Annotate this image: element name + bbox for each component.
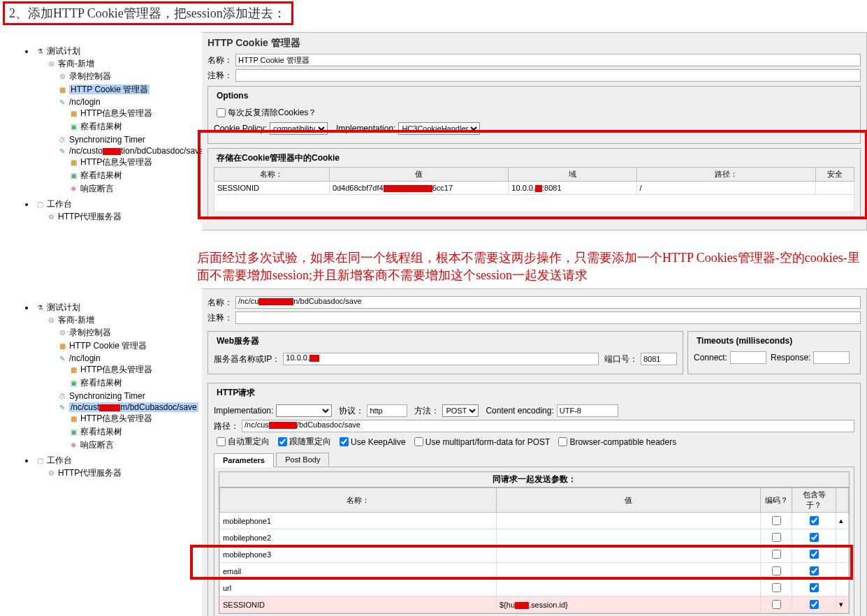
equals-checkbox[interactable] xyxy=(810,516,819,525)
name-label: 名称： xyxy=(207,54,233,66)
tree-threadgroup[interactable]: 客商-新增 xyxy=(58,315,94,325)
connect-input[interactable] xyxy=(730,351,766,364)
param-name[interactable]: email xyxy=(220,563,497,580)
tree-view-results[interactable]: 察看结果树 xyxy=(80,122,122,131)
param-value[interactable]: ${hu.session.id} xyxy=(497,596,761,613)
comment-input[interactable] xyxy=(235,311,861,324)
param-row[interactable]: mobilephone1▴ xyxy=(220,513,849,529)
equals-checkbox[interactable] xyxy=(810,583,819,592)
encode-checkbox[interactable] xyxy=(772,516,781,525)
cell-value[interactable]: 0d4d68cbf7df46cc17 xyxy=(329,182,508,195)
param-value[interactable] xyxy=(497,529,761,546)
name-input[interactable]: /nc/cun/bdCubasdoc/save xyxy=(235,296,861,309)
cell-path[interactable]: / xyxy=(636,182,816,195)
encode-checkbox[interactable] xyxy=(772,600,781,609)
cell-secure[interactable] xyxy=(816,182,854,195)
compat-headers-checkbox[interactable] xyxy=(558,437,567,446)
cookies-table[interactable]: 名称： 值 域 路径： 安全 SESSIONID 0d4d68cbf7df46c… xyxy=(214,167,854,212)
response-input[interactable] xyxy=(813,351,850,364)
tree-proxy[interactable]: HTTP代理服务器 xyxy=(58,468,122,478)
tree-threadgroup[interactable]: 客商-新增 xyxy=(58,59,94,68)
param-row[interactable]: email xyxy=(220,563,849,580)
impl-select[interactable] xyxy=(276,404,332,417)
scroll-up-icon[interactable]: ▴ xyxy=(839,516,843,525)
tree-assert[interactable]: 响应断言 xyxy=(80,440,114,450)
clear-each-checkbox[interactable] xyxy=(217,108,226,117)
tree-testplan[interactable]: 测试计划 xyxy=(47,302,80,312)
cookie-row[interactable]: SESSIONID 0d4d68cbf7df46cc17 10.0.0.:808… xyxy=(214,182,854,195)
multipart-checkbox[interactable] xyxy=(414,437,423,446)
impl-select[interactable]: HC3CookieHandler xyxy=(398,122,480,135)
tree-workbench[interactable]: 工作台 xyxy=(47,455,72,465)
method-select[interactable]: POST xyxy=(442,404,479,417)
param-name[interactable]: url xyxy=(220,580,497,596)
equals-checkbox[interactable] xyxy=(810,566,819,575)
tree-testplan[interactable]: 测试计划 xyxy=(47,46,80,56)
tree-view-results-2[interactable]: 察看结果树 xyxy=(80,427,122,437)
ip-input[interactable]: 10.0.0. xyxy=(283,353,599,365)
tree-header-mgr-2[interactable]: HTTP信息头管理器 xyxy=(80,157,152,167)
path-input[interactable]: /nc/cus/bdCubasdoc/save xyxy=(242,420,854,432)
tree-login[interactable]: /nc/login xyxy=(69,97,101,107)
encoding-input[interactable] xyxy=(557,404,618,417)
tab-postbody[interactable]: Post Body xyxy=(276,453,329,466)
tree-login[interactable]: /nc/login xyxy=(69,353,101,363)
tree-view-results[interactable]: 察看结果树 xyxy=(80,378,122,388)
tree-timer[interactable]: Synchronizing Timer xyxy=(69,391,145,401)
encode-checkbox[interactable] xyxy=(772,566,781,575)
param-row[interactable]: url xyxy=(220,580,849,596)
equals-checkbox[interactable] xyxy=(810,533,819,542)
protocol-input[interactable] xyxy=(367,404,407,417)
param-value[interactable] xyxy=(497,563,761,580)
tree-recorder[interactable]: 录制控制器 xyxy=(69,71,111,81)
tree-save-req-sel[interactable]: /nc/custm/bdCubasdoc/save xyxy=(69,402,198,412)
equals-checkbox[interactable] xyxy=(810,600,819,609)
tree-proxy[interactable]: HTTP代理服务器 xyxy=(58,212,122,221)
tree-cookie-mgr[interactable]: HTTP Cookie 管理器 xyxy=(69,85,150,94)
param-name[interactable]: mobilephone2 xyxy=(220,529,497,546)
port-input[interactable] xyxy=(641,353,677,365)
param-value[interactable] xyxy=(497,546,761,563)
tree-cookie-mgr[interactable]: HTTP Cookie 管理器 xyxy=(69,341,147,351)
cell-domain[interactable]: 10.0.0.:8081 xyxy=(509,182,636,195)
gear-icon: ⚙ xyxy=(46,60,56,68)
header-icon: ▦ xyxy=(68,110,78,118)
equals-checkbox[interactable] xyxy=(810,550,819,559)
pth-equals: 包含等于？ xyxy=(792,488,836,513)
param-value[interactable] xyxy=(497,513,761,529)
tree-view-results-2[interactable]: 察看结果树 xyxy=(80,170,122,180)
tree-assert[interactable]: 响应断言 xyxy=(80,184,114,193)
tree-header-mgr-2[interactable]: HTTP信息头管理器 xyxy=(80,413,152,423)
tab-parameters[interactable]: Parameters xyxy=(214,453,274,467)
follow-redirect-checkbox[interactable] xyxy=(278,437,287,446)
tree-header-mgr[interactable]: HTTP信息头管理器 xyxy=(80,108,152,118)
param-name[interactable]: SESSIONID xyxy=(220,596,497,613)
port-label: 端口号： xyxy=(604,353,638,365)
proxy-icon: ⚙ xyxy=(46,469,56,478)
param-row[interactable]: SESSIONID${hu.session.id}▾ xyxy=(220,596,849,613)
scroll-down-icon[interactable]: ▾ xyxy=(839,600,843,608)
impl-label: Implementation: xyxy=(214,406,273,416)
comment-input[interactable] xyxy=(235,69,861,82)
encode-checkbox[interactable] xyxy=(772,533,781,542)
timer-icon: ⏱ xyxy=(57,136,67,145)
name-input[interactable] xyxy=(235,54,861,66)
keepalive-checkbox[interactable] xyxy=(340,437,349,446)
tree-timer[interactable]: Synchronizing Timer xyxy=(69,135,145,145)
param-row[interactable]: mobilephone3 xyxy=(220,546,849,563)
params-table[interactable]: 名称： 值 编码？ 包含等于？ mobilephone1▴mobilephone… xyxy=(219,487,849,613)
param-name[interactable]: mobilephone3 xyxy=(220,546,497,563)
param-row[interactable]: mobilephone2 xyxy=(220,529,849,546)
encode-checkbox[interactable] xyxy=(772,550,781,559)
tree-recorder[interactable]: 录制控制器 xyxy=(69,328,111,337)
encode-checkbox[interactable] xyxy=(772,583,781,592)
auto-redirect-checkbox[interactable] xyxy=(217,437,226,446)
cell-name[interactable]: SESSIONID xyxy=(214,182,330,195)
policy-select[interactable]: compatibility xyxy=(270,122,328,135)
param-value[interactable] xyxy=(497,580,761,596)
th-value: 值 xyxy=(329,168,508,182)
tree-workbench[interactable]: 工作台 xyxy=(47,199,72,209)
tree-header-mgr[interactable]: HTTP信息头管理器 xyxy=(80,365,152,374)
param-name[interactable]: mobilephone1 xyxy=(220,513,497,529)
tree-save-req[interactable]: /nc/custotion/bdCubasdoc/save xyxy=(69,146,204,156)
